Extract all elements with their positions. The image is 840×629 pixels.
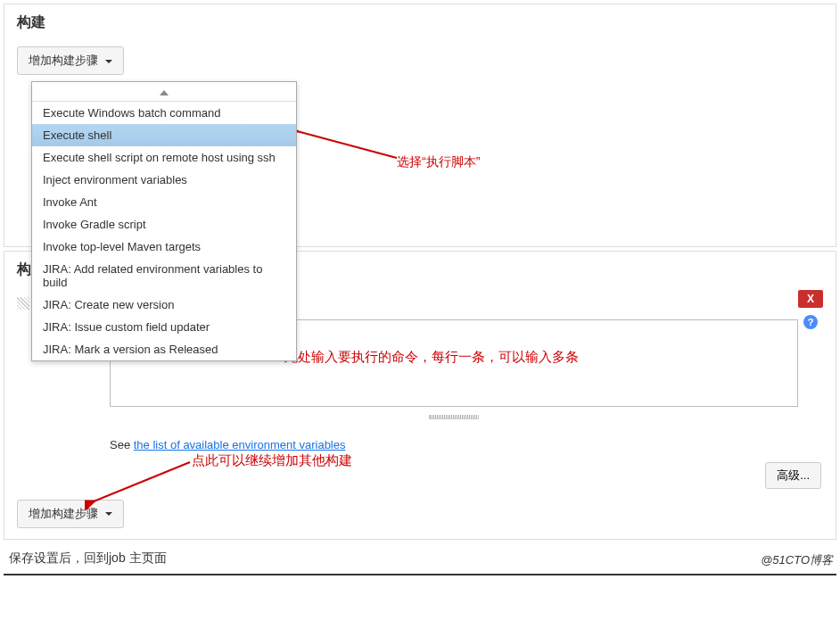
caret-down-icon <box>105 60 112 63</box>
dropdown-item[interactable]: Execute Windows batch command <box>32 102 296 124</box>
dropdown-scroll-up[interactable] <box>32 82 296 102</box>
env-vars-hint: See the list of available environment va… <box>110 438 823 451</box>
chevron-up-icon <box>160 90 169 95</box>
annotation-text-2: 此处输入要执行的命令，每行一条，可以输入多条 <box>284 349 579 366</box>
dropdown-item[interactable]: Invoke Gradle script <box>32 213 296 236</box>
add-build-step-label: 增加构建步骤 <box>29 507 98 520</box>
dropdown-item[interactable]: Inject environment variables <box>32 169 296 191</box>
dropdown-item[interactable]: JIRA: Create new version <box>32 294 296 316</box>
annotation-text-1: 选择“执行脚本” <box>397 154 480 170</box>
dropdown-item[interactable]: JIRA: Mark a version as Released <box>32 338 296 360</box>
env-vars-link[interactable]: the list of available environment variab… <box>134 438 346 451</box>
caret-down-icon <box>105 512 112 516</box>
advanced-button[interactable]: 高级... <box>765 462 821 489</box>
footer-note: 保存设置后，回到job 主页面 <box>9 550 167 565</box>
add-build-step-button-2[interactable]: 增加构建步骤 <box>17 500 124 528</box>
textarea-resize-grip[interactable] <box>110 409 798 422</box>
drag-handle-icon[interactable] <box>17 297 29 310</box>
dropdown-item[interactable]: Execute shell <box>32 124 296 146</box>
delete-step-button[interactable]: X <box>798 290 823 308</box>
watermark: @51CTO博客 <box>761 552 833 568</box>
add-build-step-label: 增加构建步骤 <box>29 54 98 67</box>
dropdown-item[interactable]: JIRA: Issue custom field updater <box>32 316 296 338</box>
dropdown-item[interactable]: Invoke Ant <box>32 191 296 213</box>
help-icon[interactable]: ? <box>803 315 818 329</box>
add-build-step-button[interactable]: 增加构建步骤 <box>17 46 124 75</box>
annotation-text-3: 点此可以继续增加其他构建 <box>192 452 352 469</box>
dropdown-item[interactable]: Invoke top-level Maven targets <box>32 236 296 258</box>
build-step-dropdown: Execute Windows batch commandExecute she… <box>31 81 297 361</box>
section-title: 构建 <box>4 4 836 41</box>
build-section-1: 构建 增加构建步骤 Execute Windows batch commandE… <box>4 4 836 247</box>
footer-note-row: 保存设置后，回到job 主页面 @51CTO博客 <box>4 543 836 575</box>
dropdown-item[interactable]: JIRA: Add related environment variables … <box>32 258 296 294</box>
dropdown-item[interactable]: Execute shell script on remote host usin… <box>32 146 296 169</box>
